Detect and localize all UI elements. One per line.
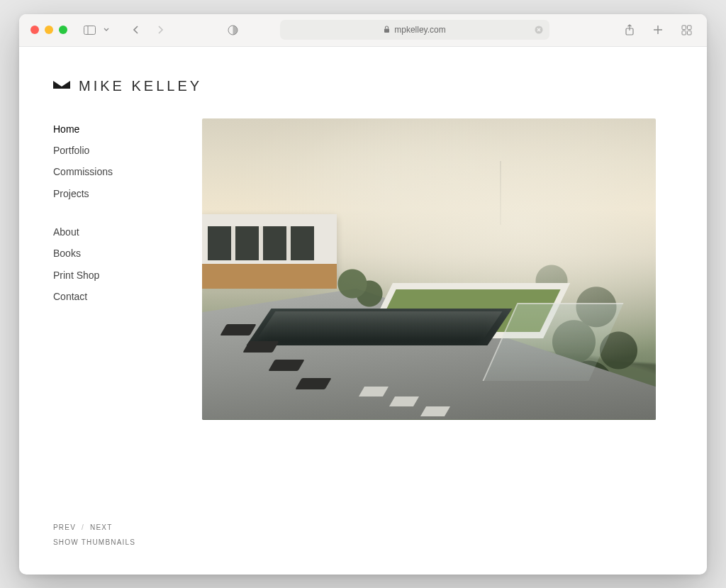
browser-window: mpkelley.com MIKE KELLEY: [19, 14, 707, 575]
main: Home Portfolio Commissions Projects Abou…: [53, 118, 673, 553]
clear-url-button[interactable]: [534, 25, 544, 35]
svg-rect-6: [682, 26, 686, 30]
next-button[interactable]: NEXT: [90, 523, 112, 531]
svg-rect-0: [84, 26, 95, 34]
minimize-window-button[interactable]: [45, 26, 53, 34]
fullscreen-window-button[interactable]: [59, 26, 67, 34]
gallery-controls: PREV / NEXT SHOW THUMBNAILS: [53, 523, 152, 553]
hero-photo[interactable]: [202, 118, 656, 420]
svg-rect-7: [687, 26, 691, 30]
prev-button[interactable]: PREV: [53, 523, 76, 531]
image-viewer: [202, 118, 673, 553]
url-host: mpkelley.com: [394, 25, 445, 35]
close-window-button[interactable]: [30, 26, 39, 34]
nav-item-contact[interactable]: Contact: [53, 286, 152, 307]
share-button[interactable]: [620, 21, 639, 39]
tab-overview-button[interactable]: [677, 21, 696, 39]
sidebar-chevron-icon[interactable]: [101, 21, 111, 39]
svg-rect-3: [384, 28, 389, 33]
nav-group-primary: Home Portfolio Commissions Projects: [53, 118, 152, 205]
nav-item-about[interactable]: About: [53, 221, 152, 243]
new-tab-button[interactable]: [649, 21, 667, 39]
svg-marker-10: [53, 81, 70, 89]
svg-rect-9: [687, 30, 691, 35]
forward-button[interactable]: [151, 21, 169, 39]
nav-group-secondary: About Books Print Shop Contact: [53, 221, 152, 308]
nav-item-commissions[interactable]: Commissions: [53, 161, 152, 182]
brand[interactable]: MIKE KELLEY: [53, 78, 673, 94]
window-traffic-lights: [30, 26, 67, 34]
show-thumbnails-button[interactable]: SHOW THUMBNAILS: [53, 538, 135, 546]
titlebar: mpkelley.com: [19, 14, 707, 47]
brand-logo-icon: [53, 79, 70, 93]
nav-item-home[interactable]: Home: [53, 118, 152, 140]
nav-item-projects[interactable]: Projects: [53, 183, 152, 204]
brand-name: MIKE KELLEY: [79, 78, 202, 94]
nav-item-books[interactable]: Books: [53, 243, 152, 264]
privacy-report-button[interactable]: [223, 21, 242, 39]
sidebar-toggle-button[interactable]: [80, 21, 99, 39]
back-button[interactable]: [127, 21, 145, 39]
lock-icon: [384, 26, 390, 35]
address-bar[interactable]: mpkelley.com: [280, 20, 549, 40]
page-content: MIKE KELLEY Home Portfolio Commissions P…: [19, 47, 707, 575]
separator: /: [82, 523, 84, 531]
svg-rect-8: [682, 30, 686, 35]
sidebar: Home Portfolio Commissions Projects Abou…: [53, 118, 152, 553]
nav-item-portfolio[interactable]: Portfolio: [53, 140, 152, 161]
nav-item-print-shop[interactable]: Print Shop: [53, 265, 152, 286]
